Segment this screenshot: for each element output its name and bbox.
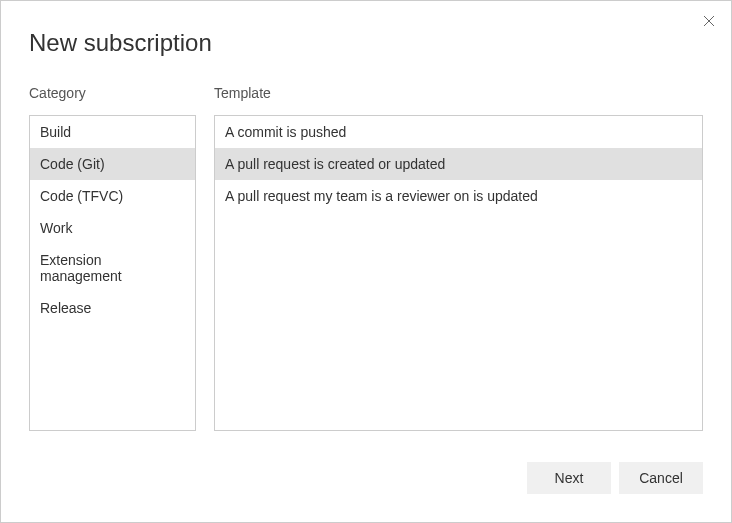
category-item[interactable]: Extension management — [30, 244, 195, 292]
template-listbox[interactable]: A commit is pushedA pull request is crea… — [214, 115, 703, 431]
category-label: Category — [29, 85, 196, 101]
template-label: Template — [214, 85, 703, 101]
close-button[interactable] — [701, 13, 717, 29]
template-column: Template A commit is pushedA pull reques… — [214, 85, 703, 444]
template-item[interactable]: A pull request is created or updated — [215, 148, 702, 180]
category-item[interactable]: Build — [30, 116, 195, 148]
dialog-title: New subscription — [1, 1, 731, 57]
dialog-content: Category BuildCode (Git)Code (TFVC)WorkE… — [1, 57, 731, 444]
category-listbox[interactable]: BuildCode (Git)Code (TFVC)WorkExtension … — [29, 115, 196, 431]
next-button[interactable]: Next — [527, 462, 611, 494]
new-subscription-dialog: New subscription Category BuildCode (Git… — [1, 1, 731, 522]
close-icon — [703, 15, 715, 27]
dialog-footer: Next Cancel — [1, 444, 731, 522]
category-item[interactable]: Work — [30, 212, 195, 244]
template-item[interactable]: A pull request my team is a reviewer on … — [215, 180, 702, 212]
category-item[interactable]: Code (Git) — [30, 148, 195, 180]
category-column: Category BuildCode (Git)Code (TFVC)WorkE… — [29, 85, 196, 444]
template-item[interactable]: A commit is pushed — [215, 116, 702, 148]
category-item[interactable]: Release — [30, 292, 195, 324]
cancel-button[interactable]: Cancel — [619, 462, 703, 494]
category-item[interactable]: Code (TFVC) — [30, 180, 195, 212]
